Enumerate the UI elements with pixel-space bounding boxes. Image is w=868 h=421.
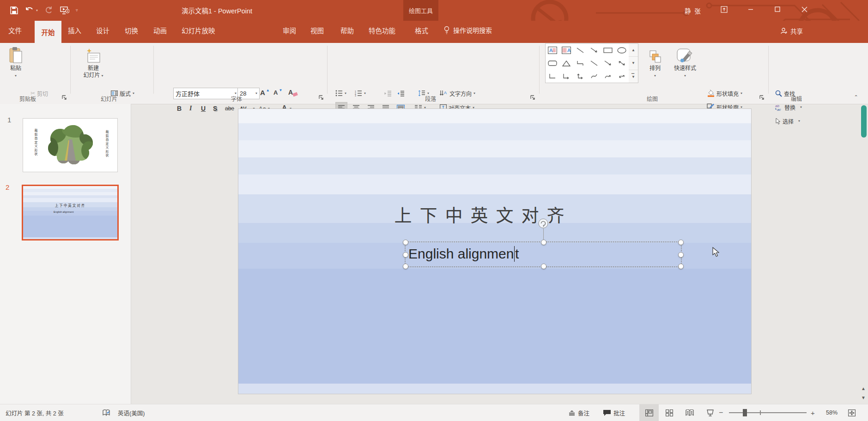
drawing-tools-context-header: 绘图工具 [403, 0, 438, 21]
title-bar: ▾ ▿ 演示文稿1 - PowerPoint 绘图工具 静 张 [0, 0, 868, 21]
paste-button[interactable]: 粘贴 ▾ [4, 44, 28, 79]
slideshow-view-button[interactable] [700, 404, 720, 421]
paragraph-dialog-launcher[interactable] [530, 95, 536, 101]
shapes-scroll-up[interactable]: ▲ [629, 44, 638, 57]
vertical-scrollbar-thumb[interactable] [861, 105, 867, 138]
language-indicator[interactable]: 英语(美国) [118, 404, 145, 421]
comments-toggle[interactable]: 批注 [603, 404, 625, 421]
tell-me-search[interactable]: 操作说明搜索 [443, 25, 492, 35]
redo-button-disabled [44, 6, 54, 15]
accessibility-check-icon[interactable] [103, 404, 110, 421]
tab-file[interactable]: 文件 [8, 25, 22, 35]
bullets-button[interactable]: ▾ [335, 88, 346, 99]
previous-slide-button[interactable]: ▲ [859, 385, 868, 392]
selected-text-box[interactable]: English alignment [406, 242, 681, 266]
tab-design[interactable]: 设计 [96, 25, 109, 35]
fit-slide-to-window-button[interactable] [848, 404, 856, 421]
slide-2-thumbnail-selected[interactable]: 上下中英文对齐 English alignment [22, 185, 119, 241]
increase-font-size-button[interactable]: A▲ [260, 87, 270, 98]
zoom-slider-track[interactable] [729, 412, 807, 413]
quick-styles-button[interactable]: 快速样式 ▾ [668, 44, 702, 79]
zoom-level[interactable]: 58% [826, 404, 838, 421]
user-name[interactable]: 静 张 [685, 6, 702, 15]
arrange-button[interactable]: 排列 ▾ [643, 44, 667, 79]
editing-group-label: 编辑 [791, 94, 802, 103]
tab-help[interactable]: 帮助 [340, 25, 354, 35]
notes-toggle[interactable]: 备注 [568, 404, 589, 421]
resize-handle-bottom-center[interactable] [541, 264, 546, 269]
resize-handle-top-right[interactable] [678, 240, 684, 245]
paragraph-group-label: 段落 [425, 94, 436, 103]
text-box-content[interactable]: English alignment [408, 246, 519, 262]
drawing-dialog-launcher[interactable] [759, 95, 765, 101]
tab-transitions[interactable]: 切换 [125, 25, 138, 35]
quick-styles-icon [676, 44, 694, 64]
slide-1-left-caption: 裁剪自定义形状 [33, 129, 38, 156]
share-label: 共享 [790, 26, 803, 36]
numbering-button[interactable]: 123▾ [355, 88, 366, 99]
arrange-icon [648, 44, 662, 64]
reading-view-button[interactable] [680, 404, 699, 421]
shapes-scroll-down[interactable]: ▼ [629, 57, 638, 70]
close-button[interactable] [794, 0, 814, 18]
normal-view-button[interactable] [639, 404, 659, 421]
tab-home-active[interactable]: 开始 [35, 21, 61, 43]
slide-1-number: 1 [7, 116, 11, 124]
shape-curved-double-arrow-icon [618, 73, 625, 79]
shapes-gallery-scrollbar[interactable]: ▲ ▼ ▔▼ [629, 43, 638, 83]
shapes-more-button[interactable]: ▔▼ [629, 70, 638, 83]
slide-canvas[interactable]: 上下中英文对齐 English alignment [238, 109, 751, 394]
increase-indent-button[interactable] [397, 88, 405, 99]
undo-button[interactable] [25, 6, 34, 15]
slide-thumbnail-panel: 1 [0, 104, 131, 404]
quick-access-toolbar: ▾ ▿ [9, 4, 78, 17]
ribbon-display-options-button[interactable] [714, 0, 734, 18]
tab-slideshow[interactable]: 幻灯片放映 [182, 25, 215, 35]
resize-handle-middle-left[interactable] [403, 252, 408, 258]
shape-rectangle-icon [603, 47, 613, 54]
resize-handle-top-left[interactable] [403, 240, 408, 245]
tab-view[interactable]: 视图 [310, 25, 324, 35]
tab-insert[interactable]: 插入 [68, 25, 81, 35]
font-name-combobox[interactable]: 方正舒体▾ [173, 88, 239, 99]
start-from-beginning-button[interactable] [60, 6, 69, 15]
tab-format[interactable]: 格式 [415, 25, 428, 35]
next-slide-button[interactable]: ▼ [859, 394, 868, 401]
slide-sorter-view-button[interactable] [660, 404, 679, 421]
undo-dropdown[interactable]: ▾ [36, 8, 38, 12]
zoom-out-button[interactable]: − [719, 404, 723, 421]
maximize-button[interactable] [767, 0, 788, 18]
tab-review[interactable]: 审阅 [283, 25, 296, 35]
comment-bubble-icon [603, 409, 611, 416]
collapse-ribbon-button[interactable]: ⌃ [851, 93, 861, 101]
shape-oval-icon [617, 47, 626, 54]
rotate-handle[interactable] [538, 218, 548, 229]
shape-vertical-text-box-icon: A [562, 47, 571, 54]
share-button[interactable]: 共享 [781, 26, 803, 36]
shapes-gallery[interactable]: A A [545, 43, 629, 83]
text-direction-button[interactable]: A 文字方向▾ [440, 88, 475, 99]
tab-special-features[interactable]: 特色功能 [369, 25, 395, 35]
font-dialog-launcher[interactable] [319, 95, 324, 101]
new-slide-button[interactable]: 新建 幻灯片▾ [79, 44, 108, 79]
slide-1-thumbnail[interactable]: 裁剪自定义形状 裁剪自定义形状 [23, 118, 118, 172]
shape-fill-button[interactable]: 形状填充▾ [707, 88, 742, 99]
resize-handle-bottom-left[interactable] [403, 264, 408, 269]
clear-formatting-button[interactable]: A [288, 87, 297, 98]
zoom-in-button[interactable]: + [811, 404, 815, 421]
decrease-font-size-button[interactable]: A▼ [273, 87, 282, 98]
ribbon: 粘贴 ▾ ✂ 剪切 复制▾ 格式刷 剪贴板 新建 幻灯片▾ [0, 43, 868, 104]
resize-handle-middle-right[interactable] [678, 252, 684, 258]
resize-handle-bottom-right[interactable] [678, 264, 684, 269]
resize-handle-top-center[interactable] [541, 240, 546, 245]
slide-counter[interactable]: 幻灯片 第 2 张, 共 2 张 [6, 404, 64, 421]
minimize-button[interactable] [741, 0, 761, 18]
customize-qat-dropdown[interactable]: ▿ [76, 8, 78, 12]
tab-animations[interactable]: 动画 [153, 25, 167, 35]
line-spacing-icon [418, 90, 425, 96]
zoom-slider-thumb[interactable] [743, 409, 747, 416]
clipboard-dialog-launcher[interactable] [62, 95, 67, 101]
slide-2-number: 2 [6, 183, 9, 191]
save-button[interactable] [9, 6, 18, 15]
cloud-shape-photo [42, 124, 98, 166]
